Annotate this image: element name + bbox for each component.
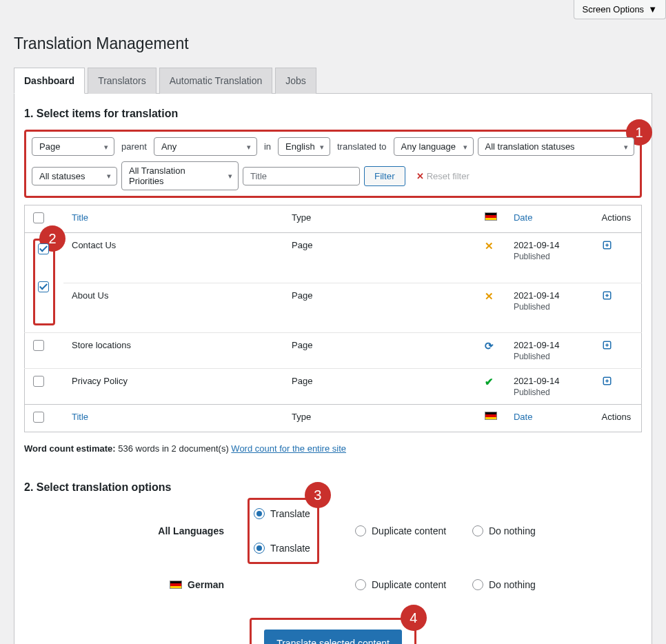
label-parent: parent (119, 141, 150, 152)
row-type: Page (283, 283, 476, 333)
select-all-checkbox[interactable] (33, 212, 44, 223)
filter-status-select[interactable]: All translation statuses (478, 137, 634, 156)
col-actions: Actions (594, 205, 642, 233)
col-type-footer: Type (283, 405, 476, 432)
row-title: About Us (63, 283, 283, 333)
table-row: 2 Contact Us Page ✕ 2021-09-14 Published (25, 233, 642, 283)
label-translated-to: translated to (334, 141, 390, 152)
col-title-footer[interactable]: Title (63, 405, 283, 432)
items-table: Title Type Date Actions 2 (24, 205, 642, 432)
col-date[interactable]: Date (505, 205, 594, 233)
flag-de-icon (170, 581, 182, 589)
word-count-text: 536 words in 2 document(s) (118, 443, 228, 454)
col-type: Type (283, 205, 476, 233)
filter-title-input[interactable]: Title (243, 167, 360, 185)
word-count: Word count estimate: 536 words in 2 docu… (24, 443, 642, 454)
table-row: Store locations Page ⟳ 2021-09-14 Publis… (25, 333, 642, 369)
row-state: Published (514, 252, 585, 261)
status-x-icon: ✕ (485, 290, 494, 302)
table-row: About Us Page ✕ 2021-09-14 Published (25, 283, 642, 333)
row-type: Page (283, 233, 476, 283)
row-checkbox[interactable] (38, 243, 49, 254)
screen-options-label: Screen Options (583, 4, 645, 14)
page-title: Translation Management (14, 34, 652, 53)
table-row: Privacy Policy Page ✔ 2021-09-14 Publish… (25, 369, 642, 405)
radio-input[interactable] (254, 543, 265, 554)
status-x-icon: ✕ (485, 240, 494, 252)
row-type: Page (283, 369, 476, 405)
radio-all-duplicate[interactable]: Duplicate content (355, 525, 472, 536)
col-title[interactable]: Title (63, 205, 283, 233)
reset-filter-link[interactable]: ✕ Reset filter (416, 171, 470, 181)
status-check-icon: ✔ (485, 376, 494, 388)
translate-selected-button[interactable]: Translate selected content (264, 630, 402, 644)
filter-button[interactable]: Filter (364, 166, 405, 186)
filter-type-select[interactable]: Page (32, 137, 114, 156)
step-badge-3: 3 (305, 482, 331, 508)
flag-de-icon (485, 212, 497, 221)
row-title: Store locations (63, 333, 283, 369)
filter-to-language-select[interactable]: Any language (394, 137, 474, 156)
col-actions-footer: Actions (594, 405, 642, 432)
row-checkbox[interactable] (33, 376, 44, 387)
row-date: 2021-09-14 (514, 240, 585, 250)
radio-all-translate[interactable]: Translate (254, 508, 310, 519)
row-date: 2021-09-14 (514, 376, 585, 386)
col-date-footer[interactable]: Date (505, 405, 594, 432)
close-icon: ✕ (416, 171, 424, 181)
status-refresh-icon: ⟳ (485, 340, 494, 352)
add-translation-icon[interactable] (602, 380, 614, 390)
tab-dashboard[interactable]: Dashboard (14, 68, 85, 94)
row-date: 2021-09-14 (514, 340, 585, 350)
filter-all-statuses-select[interactable]: All statuses (32, 167, 117, 185)
radio-input[interactable] (254, 508, 265, 519)
label-all-languages: All Languages (24, 525, 252, 536)
row-state: Published (514, 388, 585, 397)
label-in: in (261, 141, 274, 152)
word-count-label: Word count estimate: (24, 443, 116, 454)
reset-filter-label: Reset filter (427, 171, 470, 181)
section-select-items: 1. Select items for translation (24, 108, 642, 120)
radio-input[interactable] (355, 525, 366, 536)
radio-input[interactable] (472, 525, 483, 536)
chevron-down-icon: ▼ (648, 4, 657, 14)
add-translation-icon[interactable] (602, 294, 614, 305)
tabs: Dashboard Translators Automatic Translat… (14, 67, 652, 94)
row-state: Published (514, 352, 585, 361)
add-translation-icon[interactable] (602, 244, 614, 254)
select-all-checkbox-footer[interactable] (33, 412, 44, 423)
tab-translators[interactable]: Translators (88, 68, 157, 94)
section-translation-options: 2. Select translation options (24, 481, 642, 494)
radio-all-nothing[interactable]: Do nothing (472, 525, 576, 536)
label-german: German (24, 579, 252, 590)
step-badge-4: 4 (401, 605, 427, 631)
add-translation-icon[interactable] (602, 344, 614, 354)
radio-german-duplicate[interactable]: Duplicate content (355, 579, 472, 590)
radio-input[interactable] (355, 579, 366, 590)
tab-jobs[interactable]: Jobs (275, 68, 316, 94)
radio-german-translate[interactable]: Translate (254, 543, 310, 554)
filter-box: 1 Page parent Any in English translated … (24, 130, 642, 198)
row-state: Published (514, 302, 585, 312)
filter-language-select[interactable]: English (278, 137, 330, 156)
row-date: 2021-09-14 (514, 290, 585, 301)
row-title: Contact Us (63, 233, 283, 283)
row-type: Page (283, 333, 476, 369)
radio-input[interactable] (472, 579, 483, 590)
row-checkbox[interactable] (33, 340, 44, 351)
radio-german-nothing[interactable]: Do nothing (472, 579, 576, 590)
filter-priorities-select[interactable]: All Translation Priorities (121, 161, 239, 190)
row-title: Privacy Policy (63, 369, 283, 405)
filter-parent-select[interactable]: Any (154, 137, 257, 156)
word-count-link[interactable]: Word count for the entire site (231, 443, 346, 454)
screen-options-button[interactable]: Screen Options ▼ (574, 0, 666, 19)
tab-automatic[interactable]: Automatic Translation (159, 68, 273, 94)
flag-de-icon (485, 412, 497, 420)
row-checkbox[interactable] (38, 281, 49, 292)
